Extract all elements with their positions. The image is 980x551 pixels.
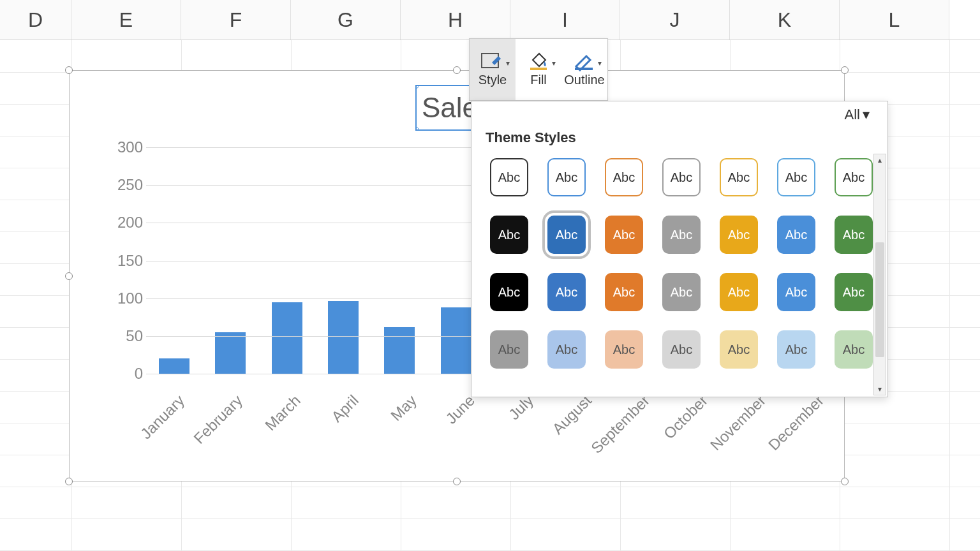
theme-style-swatch[interactable]: Abc (720, 273, 758, 311)
column-header[interactable]: H (401, 0, 510, 40)
title-handle[interactable] (415, 127, 419, 131)
filter-all-dropdown[interactable]: All ▾ (845, 107, 870, 123)
x-tick-label: April (328, 392, 362, 426)
y-tick-label: 100 (108, 290, 143, 307)
svg-rect-1 (530, 68, 547, 70)
y-tick-label: 50 (108, 327, 143, 345)
theme-style-swatch[interactable]: Abc (490, 273, 528, 311)
theme-styles-gallery: All ▾ Theme Styles AbcAbcAbcAbcAbcAbcAbc… (471, 101, 888, 397)
theme-style-swatch[interactable]: Abc (490, 216, 528, 254)
column-header[interactable]: I (510, 0, 620, 40)
theme-style-swatch[interactable]: Abc (835, 273, 873, 311)
scrollbar[interactable]: ▴ ▾ (873, 154, 886, 395)
selection-handle[interactable] (65, 478, 73, 485)
x-tick-label: January (137, 392, 188, 443)
chevron-down-icon: ▾ (863, 107, 870, 123)
selection-handle[interactable] (453, 66, 461, 74)
filter-label: All (845, 107, 860, 123)
theme-style-swatch[interactable]: Abc (835, 216, 873, 254)
fill-label: Fill (530, 73, 547, 87)
column-header[interactable]: J (620, 0, 730, 40)
theme-style-swatch[interactable]: Abc (547, 158, 586, 196)
column-header[interactable]: F (181, 0, 291, 40)
scroll-thumb[interactable] (875, 242, 884, 357)
style-icon: ▾ (480, 52, 505, 71)
fill-icon: ▾ (526, 52, 551, 71)
x-tick-label: May (387, 392, 420, 425)
theme-style-swatch[interactable]: Abc (720, 216, 758, 254)
y-tick-label: 150 (108, 252, 143, 270)
bar[interactable] (384, 327, 415, 374)
fill-button[interactable]: ▾ Fill (516, 39, 561, 100)
mini-toolbar: ▾ Style ▾ Fill ▾ Outline (469, 38, 608, 101)
theme-style-swatch[interactable]: Abc (547, 273, 586, 311)
outline-icon: ▾ (572, 52, 597, 71)
theme-style-swatch[interactable]: Abc (490, 330, 528, 369)
svg-rect-2 (575, 68, 593, 70)
theme-style-swatch[interactable]: Abc (547, 330, 586, 369)
theme-style-swatch[interactable]: Abc (662, 216, 701, 254)
scroll-down-icon[interactable]: ▾ (874, 383, 886, 395)
theme-style-swatch[interactable]: Abc (662, 158, 701, 196)
scroll-track[interactable] (874, 166, 886, 383)
theme-style-swatch[interactable]: Abc (835, 330, 873, 369)
chevron-down-icon: ▾ (598, 59, 602, 68)
section-label: Theme Styles (471, 123, 887, 152)
theme-style-swatch[interactable]: Abc (490, 158, 528, 196)
swatch-grid: AbcAbcAbcAbcAbcAbcAbcAbcAbcAbcAbcAbcAbcA… (484, 152, 871, 374)
theme-style-swatch[interactable]: Abc (605, 158, 643, 196)
bar[interactable] (328, 301, 359, 374)
x-tick-label: August (549, 392, 595, 438)
theme-style-swatch[interactable]: Abc (547, 216, 586, 254)
outline-button[interactable]: ▾ Outline (561, 39, 607, 100)
x-tick-label: March (262, 392, 304, 434)
bar[interactable] (272, 302, 302, 374)
y-tick-label: 200 (108, 214, 143, 231)
y-tick-label: 300 (108, 138, 143, 156)
bar[interactable] (159, 358, 189, 374)
theme-style-swatch[interactable]: Abc (662, 330, 701, 369)
theme-style-swatch[interactable]: Abc (777, 273, 815, 311)
selection-handle[interactable] (65, 66, 73, 74)
column-header[interactable]: D (0, 0, 71, 40)
theme-style-swatch[interactable]: Abc (605, 273, 643, 311)
title-handle[interactable] (415, 85, 419, 89)
theme-style-swatch[interactable]: Abc (777, 216, 815, 254)
style-button[interactable]: ▾ Style (470, 39, 516, 100)
selection-handle[interactable] (841, 66, 849, 74)
y-tick-label: 250 (108, 176, 143, 194)
scroll-up-icon[interactable]: ▴ (874, 154, 886, 166)
column-headers: DEFGHIJKL (0, 0, 980, 40)
theme-style-swatch[interactable]: Abc (720, 330, 758, 369)
column-header[interactable]: L (840, 0, 949, 40)
style-label: Style (479, 73, 507, 87)
theme-style-swatch[interactable]: Abc (662, 273, 701, 311)
theme-style-swatch[interactable]: Abc (605, 330, 643, 369)
column-header[interactable]: K (730, 0, 840, 40)
theme-style-swatch[interactable]: Abc (720, 158, 758, 196)
theme-style-swatch[interactable]: Abc (777, 330, 815, 369)
outline-label: Outline (564, 73, 604, 87)
bar[interactable] (215, 332, 246, 374)
theme-style-swatch[interactable]: Abc (835, 158, 873, 196)
column-header[interactable]: E (71, 0, 181, 40)
chevron-down-icon: ▾ (552, 59, 556, 68)
column-header[interactable]: G (291, 0, 401, 40)
y-tick-label: 0 (108, 365, 143, 383)
chevron-down-icon: ▾ (506, 59, 510, 68)
bar[interactable] (441, 307, 471, 374)
theme-style-swatch[interactable]: Abc (777, 158, 815, 196)
selection-handle[interactable] (65, 272, 73, 280)
theme-style-swatch[interactable]: Abc (605, 216, 643, 254)
